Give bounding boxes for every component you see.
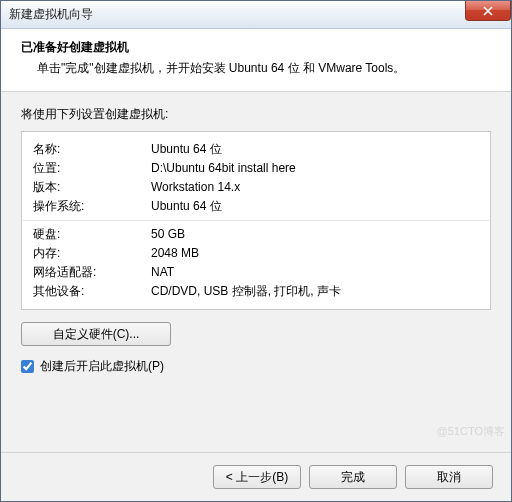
wizard-window: 新建虚拟机向导 已准备好创建虚拟机 单击"完成"创建虚拟机，并开始安装 Ubun… <box>0 0 512 502</box>
cancel-button[interactable]: 取消 <box>405 465 493 489</box>
value-name: Ubuntu 64 位 <box>151 140 479 159</box>
header-subtitle: 单击"完成"创建虚拟机，并开始安装 Ubuntu 64 位 和 VMware T… <box>21 60 491 77</box>
label-name: 名称: <box>33 140 151 159</box>
divider <box>23 220 489 221</box>
label-os: 操作系统: <box>33 197 151 216</box>
titlebar: 新建虚拟机向导 <box>1 1 511 29</box>
power-on-label: 创建后开启此虚拟机(P) <box>40 358 164 375</box>
label-location: 位置: <box>33 159 151 178</box>
row-network: 网络适配器:NAT <box>23 263 489 282</box>
value-location: D:\Ubuntu 64bit install here <box>151 159 479 178</box>
row-os: 操作系统:Ubuntu 64 位 <box>23 197 489 216</box>
wizard-body: 将使用下列设置创建虚拟机: 名称:Ubuntu 64 位 位置:D:\Ubunt… <box>1 92 511 453</box>
value-other: CD/DVD, USB 控制器, 打印机, 声卡 <box>151 282 479 301</box>
close-icon <box>483 6 493 16</box>
power-on-checkbox[interactable] <box>21 360 34 373</box>
settings-panel: 名称:Ubuntu 64 位 位置:D:\Ubuntu 64bit instal… <box>21 131 491 310</box>
label-memory: 内存: <box>33 244 151 263</box>
row-version: 版本:Workstation 14.x <box>23 178 489 197</box>
label-disk: 硬盘: <box>33 225 151 244</box>
close-button[interactable] <box>465 1 511 21</box>
value-disk: 50 GB <box>151 225 479 244</box>
back-button[interactable]: < 上一步(B) <box>213 465 301 489</box>
label-other: 其他设备: <box>33 282 151 301</box>
finish-button[interactable]: 完成 <box>309 465 397 489</box>
settings-lead: 将使用下列设置创建虚拟机: <box>21 106 491 123</box>
label-version: 版本: <box>33 178 151 197</box>
row-location: 位置:D:\Ubuntu 64bit install here <box>23 159 489 178</box>
window-title: 新建虚拟机向导 <box>9 6 93 23</box>
row-name: 名称:Ubuntu 64 位 <box>23 140 489 159</box>
value-memory: 2048 MB <box>151 244 479 263</box>
label-network: 网络适配器: <box>33 263 151 282</box>
wizard-footer: < 上一步(B) 完成 取消 <box>1 453 511 501</box>
value-version: Workstation 14.x <box>151 178 479 197</box>
power-on-checkbox-row: 创建后开启此虚拟机(P) <box>21 358 491 375</box>
value-network: NAT <box>151 263 479 282</box>
row-disk: 硬盘:50 GB <box>23 225 489 244</box>
header-title: 已准备好创建虚拟机 <box>21 39 491 56</box>
value-os: Ubuntu 64 位 <box>151 197 479 216</box>
customize-hardware-button[interactable]: 自定义硬件(C)... <box>21 322 171 346</box>
row-other: 其他设备:CD/DVD, USB 控制器, 打印机, 声卡 <box>23 282 489 301</box>
wizard-header: 已准备好创建虚拟机 单击"完成"创建虚拟机，并开始安装 Ubuntu 64 位 … <box>1 29 511 92</box>
row-memory: 内存:2048 MB <box>23 244 489 263</box>
